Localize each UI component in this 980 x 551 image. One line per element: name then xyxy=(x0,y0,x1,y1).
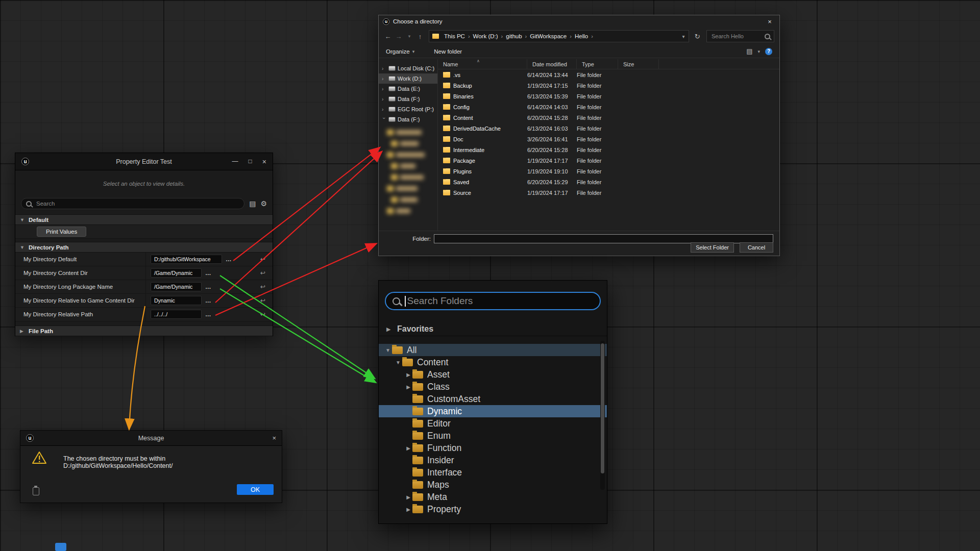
column-type[interactable]: Type xyxy=(577,59,618,69)
address-dropdown-icon[interactable]: ▾ xyxy=(680,34,687,39)
file-row[interactable]: Intermediate 6/20/2024 15:28 File folder xyxy=(438,144,779,155)
select-folder-button[interactable]: Select Folder xyxy=(691,242,734,253)
tree-expander-icon[interactable]: ▼ xyxy=(384,347,392,353)
message-titlebar[interactable]: u Message × xyxy=(20,431,282,446)
folder-tree-item[interactable]: Enum xyxy=(379,430,607,442)
property-value-field[interactable]: /Game/Dynamic xyxy=(151,268,202,278)
chevron-icon[interactable]: › xyxy=(382,86,386,92)
tree-expander-icon[interactable]: ▶ xyxy=(404,372,412,378)
display-filter-icon[interactable]: ▤ xyxy=(249,199,256,208)
file-row[interactable]: Package 1/19/2024 17:17 File folder xyxy=(438,155,779,166)
browse-ellipsis-button[interactable]: … xyxy=(205,311,212,317)
print-values-button[interactable]: Print Values xyxy=(37,227,86,237)
close-icon[interactable]: × xyxy=(262,158,266,166)
file-row[interactable]: Backup 1/19/2024 17:15 File folder xyxy=(438,80,779,91)
chevron-icon[interactable]: › xyxy=(382,76,386,82)
copy-to-clipboard-icon[interactable] xyxy=(33,487,39,495)
reset-to-default-icon[interactable]: ↩ xyxy=(260,269,265,277)
refresh-icon[interactable]: ↻ xyxy=(692,33,703,40)
back-icon[interactable]: ← xyxy=(384,33,392,40)
chevron-icon[interactable]: › xyxy=(382,96,386,102)
folder-tree-item[interactable]: Maps xyxy=(379,479,607,491)
sidebar-drive-item[interactable]: › Data (F:) xyxy=(379,94,437,104)
browse-ellipsis-button[interactable]: … xyxy=(205,297,212,304)
folder-tree-item[interactable]: ▶ Class xyxy=(379,381,607,393)
scrollbar-thumb[interactable] xyxy=(601,343,604,473)
file-row[interactable]: Saved 6/20/2024 15:29 File folder xyxy=(438,177,779,187)
tree-expander-icon[interactable]: ▶ xyxy=(404,445,412,451)
breadcrumb-item[interactable]: Hello xyxy=(572,33,591,39)
new-folder-button[interactable]: New folder xyxy=(434,48,462,55)
ok-button[interactable]: OK xyxy=(237,484,274,495)
folder-tree-item[interactable]: Editor xyxy=(379,417,607,430)
sidebar-drive-item[interactable]: › EGC Root (P:) xyxy=(379,104,437,114)
file-row[interactable]: Content 6/20/2024 15:28 File folder xyxy=(438,112,779,123)
tree-expander-icon[interactable]: ▶ xyxy=(404,384,412,390)
folder-tree-item[interactable]: ▶ Property xyxy=(379,503,607,515)
browse-ellipsis-button[interactable]: … xyxy=(205,284,212,290)
breadcrumb-item[interactable]: GitWorkspace xyxy=(527,33,570,39)
tree-scrollbar[interactable] xyxy=(600,341,605,490)
address-bar[interactable]: This PC›Work (D:)›github›GitWorkspace›He… xyxy=(429,30,689,42)
history-dropdown-icon[interactable]: ▾ xyxy=(405,34,413,39)
property-value-field[interactable]: Dynamic xyxy=(151,296,202,305)
close-icon[interactable]: × xyxy=(272,434,276,442)
section-default[interactable]: ▼ Default xyxy=(15,214,273,225)
tree-expander-icon[interactable]: ▼ xyxy=(394,360,402,365)
section-file-path[interactable]: ▶ File Path xyxy=(15,325,273,336)
folder-tree-item[interactable]: Interface xyxy=(379,466,607,479)
folder-tree-item[interactable]: ▶ Meta xyxy=(379,491,607,503)
browse-ellipsis-button[interactable]: … xyxy=(226,256,232,262)
close-icon[interactable]: × xyxy=(760,15,779,28)
reset-to-default-icon[interactable]: ↩ xyxy=(260,311,265,318)
view-mode-icon[interactable]: ▤ xyxy=(746,47,752,55)
folder-tree-item[interactable]: ▼ Content xyxy=(379,356,607,368)
chevron-icon[interactable]: › xyxy=(382,107,386,112)
file-row[interactable]: Plugins 1/19/2024 19:10 File folder xyxy=(438,166,779,177)
folder-search-box[interactable]: Search Folders xyxy=(385,292,601,310)
minimize-icon[interactable]: — xyxy=(232,158,238,166)
section-directory-path[interactable]: ▼ Directory Path xyxy=(15,242,273,253)
reset-to-default-icon[interactable]: ↩ xyxy=(260,297,265,304)
details-search-input[interactable] xyxy=(35,200,239,207)
organize-button[interactable]: Organize ▾ xyxy=(386,48,414,55)
sidebar-drive-item[interactable]: › Data (E:) xyxy=(379,84,437,94)
details-search-box[interactable] xyxy=(21,198,244,209)
property-value-field[interactable]: D:/github/GitWorkspace xyxy=(151,255,222,264)
folder-tree-item[interactable]: ▶ Asset xyxy=(379,368,607,381)
property-editor-titlebar[interactable]: u Property Editor Test — □ × xyxy=(15,153,273,170)
browse-ellipsis-button[interactable]: … xyxy=(205,270,212,276)
sidebar-drive-item[interactable]: › Local Disk (C:) xyxy=(379,63,437,73)
folder-tree-item[interactable]: Dynamic xyxy=(379,405,607,417)
cancel-button[interactable]: Cancel xyxy=(740,242,773,253)
tree-expander-icon[interactable]: ▶ xyxy=(404,494,412,500)
view-dropdown-icon[interactable]: ▾ xyxy=(757,49,760,54)
folder-tree-item[interactable]: Insider xyxy=(379,454,607,466)
property-value-field[interactable]: ../../../ xyxy=(151,310,202,319)
column-name[interactable]: Name ∧ xyxy=(438,59,527,69)
favorites-header[interactable]: ▶ Favorites xyxy=(379,322,607,336)
file-row[interactable]: Source 1/19/2024 17:17 File folder xyxy=(438,187,779,198)
file-row[interactable]: Doc 3/26/2024 16:41 File folder xyxy=(438,134,779,144)
settings-gear-icon[interactable]: ⚙ xyxy=(260,199,267,208)
column-size[interactable]: Size xyxy=(618,59,659,69)
folder-tree-item[interactable]: ▼ All xyxy=(379,344,607,356)
column-date-modified[interactable]: Date modified xyxy=(527,59,577,69)
file-row[interactable]: Binaries 6/13/2024 15:39 File folder xyxy=(438,91,779,102)
folder-tree-item[interactable]: CustomAsset xyxy=(379,393,607,405)
sidebar-drive-item[interactable]: › Data (F:) xyxy=(379,114,437,124)
breadcrumb-item[interactable]: Work (D:) xyxy=(470,33,501,39)
reset-to-default-icon[interactable]: ↩ xyxy=(260,283,265,290)
folder-tree-item[interactable]: ▶ Function xyxy=(379,442,607,454)
explorer-search-box[interactable] xyxy=(706,30,774,42)
tree-expander-icon[interactable]: ▶ xyxy=(404,507,412,512)
property-value-field[interactable]: /Game/Dynamic xyxy=(151,282,202,291)
breadcrumb-item[interactable]: This PC xyxy=(441,33,468,39)
file-row[interactable]: DerivedDataCache 6/13/2024 16:03 File fo… xyxy=(438,123,779,134)
chevron-icon[interactable]: › xyxy=(382,66,386,71)
explorer-search-input[interactable] xyxy=(710,33,765,40)
reset-to-default-icon[interactable]: ↩ xyxy=(260,256,265,263)
sidebar-drive-item[interactable]: › Work (D:) xyxy=(379,73,437,84)
chevron-icon[interactable]: › xyxy=(381,117,387,122)
maximize-icon[interactable]: □ xyxy=(249,158,252,166)
